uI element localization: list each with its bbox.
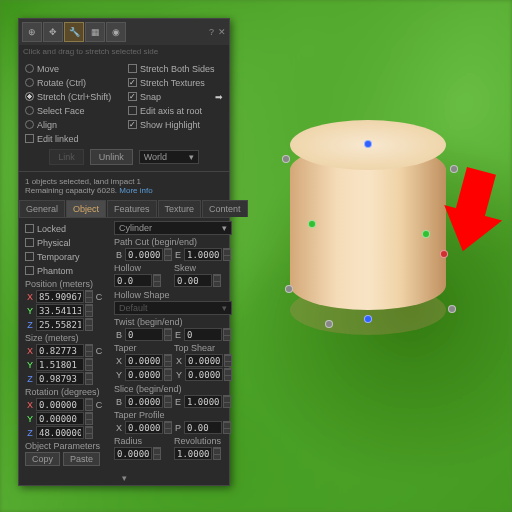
move-radio[interactable]	[25, 64, 34, 73]
build-tools-panel: ⊕ ✥ 🔧 ▦ ◉ ? ✕ Click and drag to stretch …	[18, 18, 230, 486]
tab-content[interactable]: Content	[202, 200, 248, 217]
showhighlight-check[interactable]: ✓	[128, 120, 137, 129]
focus-tool-button[interactable]: ⊕	[22, 22, 42, 42]
size-x-input[interactable]	[36, 344, 84, 357]
handle-corner[interactable]	[448, 305, 456, 313]
tab-features[interactable]: Features	[107, 200, 157, 217]
hollow-input[interactable]	[114, 274, 152, 287]
more-info-link[interactable]: More info	[119, 186, 152, 195]
status-text: 1 objects selected, land impact 1 Remain…	[19, 174, 229, 198]
tabs: General Object Features Texture Content	[19, 200, 229, 218]
snap-check[interactable]: ✓	[128, 92, 137, 101]
handle-y-pos[interactable]	[422, 230, 430, 238]
shear-y-input[interactable]	[185, 368, 223, 381]
pathcut-b-input[interactable]	[125, 248, 163, 261]
rot-x-input[interactable]	[36, 398, 84, 411]
unlink-button[interactable]: Unlink	[90, 149, 133, 165]
rotate-radio[interactable]	[25, 78, 34, 87]
tp-p-input[interactable]	[184, 421, 222, 434]
shape-type-dropdown[interactable]: Cylinder▾	[114, 221, 232, 235]
phantom-check[interactable]	[25, 266, 34, 275]
handle-y-neg[interactable]	[308, 220, 316, 228]
hollowshape-dropdown[interactable]: Default▾	[114, 301, 232, 315]
rot-y-input[interactable]	[36, 412, 84, 425]
twist-b-input[interactable]	[125, 328, 163, 341]
skew-input[interactable]	[174, 274, 212, 287]
locked-check[interactable]	[25, 224, 34, 233]
pos-z-input[interactable]	[36, 318, 84, 331]
handle-corner[interactable]	[325, 320, 333, 328]
size-z-input[interactable]	[36, 372, 84, 385]
align-radio[interactable]	[25, 120, 34, 129]
handle-corner[interactable]	[285, 285, 293, 293]
pos-y-input[interactable]	[36, 304, 84, 317]
taper-y-input[interactable]	[125, 368, 163, 381]
slice-b-input[interactable]	[125, 395, 163, 408]
stretchtex-check[interactable]: ✓	[128, 78, 137, 87]
taper-x-input[interactable]	[125, 354, 163, 367]
tab-object[interactable]: Object	[66, 200, 106, 217]
edit-tool-button[interactable]: 🔧	[64, 22, 84, 42]
cylinder-object[interactable]	[290, 120, 460, 320]
close-icon[interactable]: ✕	[218, 27, 226, 37]
ruler-dropdown[interactable]: World▾	[139, 150, 199, 164]
radius-input[interactable]	[114, 447, 152, 460]
handle-corner[interactable]	[282, 155, 290, 163]
toolbar: ⊕ ✥ 🔧 ▦ ◉ ? ✕	[19, 19, 229, 45]
pathcut-e-input[interactable]	[184, 248, 222, 261]
pos-x-input[interactable]	[36, 290, 84, 303]
size-y-input[interactable]	[36, 358, 84, 371]
snap-options-icon[interactable]: ➡	[215, 92, 223, 102]
expand-icon[interactable]: ▾	[19, 471, 229, 485]
land-tool-button[interactable]: ◉	[106, 22, 126, 42]
instruction-arrow	[440, 170, 500, 260]
copy-button[interactable]: Copy	[25, 452, 60, 466]
temporary-check[interactable]	[25, 252, 34, 261]
editaxis-check[interactable]	[128, 106, 137, 115]
create-tool-button[interactable]: ▦	[85, 22, 105, 42]
pos-y-spin[interactable]	[85, 304, 93, 317]
slice-e-input[interactable]	[184, 395, 222, 408]
move-tool-button[interactable]: ✥	[43, 22, 63, 42]
tab-texture[interactable]: Texture	[158, 200, 202, 217]
editlinked-check[interactable]	[25, 134, 34, 143]
pos-z-spin[interactable]	[85, 318, 93, 331]
hint-text: Click and drag to stretch selected side	[19, 45, 229, 58]
paste-button[interactable]: Paste	[63, 452, 100, 466]
selectface-radio[interactable]	[25, 106, 34, 115]
tp-x-input[interactable]	[125, 421, 163, 434]
pos-x-spin[interactable]	[85, 290, 93, 303]
rot-z-input[interactable]	[36, 426, 84, 439]
handle-bot-z[interactable]	[364, 315, 372, 323]
link-button: Link	[49, 149, 84, 165]
stretchboth-check[interactable]	[128, 64, 137, 73]
handle-top-z[interactable]	[364, 140, 372, 148]
shear-x-input[interactable]	[185, 354, 223, 367]
rev-input[interactable]	[174, 447, 212, 460]
stretch-radio[interactable]	[25, 92, 34, 101]
help-icon[interactable]: ?	[209, 27, 214, 37]
twist-e-input[interactable]	[184, 328, 222, 341]
tab-general[interactable]: General	[19, 200, 65, 217]
physical-check[interactable]	[25, 238, 34, 247]
